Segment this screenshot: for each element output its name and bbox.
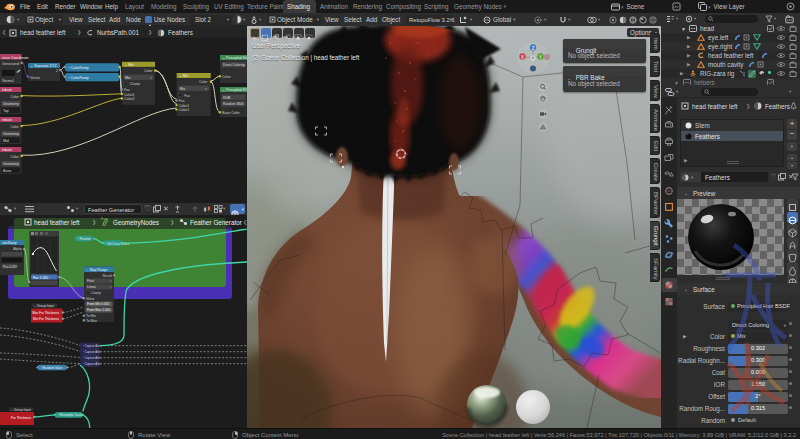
- svg-text:⌄ Principled Hair: ⌄ Principled Hair: [222, 56, 247, 60]
- svg-text:⌄ Map Range: ⌄ Map Range: [86, 268, 107, 272]
- svg-text:2: 2: [56, 69, 58, 73]
- svg-text:RGB: RGB: [223, 96, 231, 100]
- svg-text:Color: Color: [10, 125, 19, 129]
- svg-text:Fur Thickness: Fur Thickness: [11, 416, 31, 420]
- svg-text:Mix: Mix: [125, 76, 131, 80]
- svg-text:Alpha: Alpha: [13, 247, 22, 251]
- svg-text:Base Color: Base Color: [222, 111, 241, 115]
- svg-text:X: X: [521, 55, 524, 60]
- svg-text:⌄ Group Input: ⌄ Group Input: [11, 408, 32, 412]
- svg-text:› Capture Attr...: › Capture Attr...: [83, 362, 102, 366]
- svg-text:Linear: Linear: [87, 285, 97, 289]
- svg-text:Mix: Mix: [180, 87, 186, 91]
- svg-text:Fac: Fac: [184, 94, 190, 98]
- svg-text:tribute: tribute: [2, 118, 12, 122]
- svg-text:Fac 1.000: Fac 1.000: [33, 276, 48, 280]
- svg-text:Color: Color: [144, 69, 153, 73]
- svg-text:Clamp: Clamp: [91, 291, 101, 295]
- svg-text:Min Fur Thickness: Min Fur Thickness: [33, 317, 59, 321]
- svg-text:Clamp: Clamp: [130, 82, 140, 86]
- svg-text:tribute: tribute: [2, 148, 12, 152]
- svg-text:Generated: Generated: [2, 62, 19, 66]
- svg-text:⌄ Group Input: ⌄ Group Input: [34, 304, 55, 308]
- svg-text:tribute: tribute: [2, 88, 12, 92]
- svg-text:› Random Value: › Random Value: [41, 366, 63, 370]
- svg-text:› Capture Attr...: › Capture Attr...: [83, 344, 102, 348]
- svg-text:Color: Color: [199, 80, 208, 84]
- svg-text:› Capture Attr...: › Capture Attr...: [83, 356, 102, 360]
- svg-text:Color: Color: [222, 75, 231, 79]
- svg-text:⌄ Mix: ⌄ Mix: [179, 74, 189, 78]
- svg-text:olorRamp: olorRamp: [2, 241, 17, 245]
- svg-text:Base: Base: [3, 169, 11, 173]
- svg-text:Top: Top: [3, 109, 9, 113]
- svg-text:Float: Float: [87, 279, 94, 283]
- svg-text:Color1: Color1: [124, 93, 135, 97]
- svg-text:› Resample Curve: › Resample Curve: [58, 413, 83, 417]
- svg-text:⌄ Principled RGB: ⌄ Principled RGB: [222, 88, 247, 92]
- svg-text:Color: Color: [10, 95, 19, 99]
- svg-text:Color1: Color1: [179, 104, 190, 108]
- svg-text:› ColorRamp: › ColorRamp: [69, 76, 89, 80]
- svg-text:Vector: Vector: [30, 76, 41, 80]
- svg-text:Y: Y: [539, 55, 542, 60]
- svg-text:Random Walk: Random Walk: [223, 102, 244, 106]
- svg-text:From Max 1.000: From Max 1.000: [87, 308, 110, 312]
- svg-text:Mid: Mid: [3, 139, 9, 143]
- svg-text:Max Fur Thickness: Max Fur Thickness: [32, 311, 59, 315]
- svg-text:› ColorRamp: › ColorRamp: [69, 66, 89, 70]
- svg-text:Color2: Color2: [124, 97, 135, 101]
- svg-text:Color2: Color2: [179, 108, 190, 112]
- svg-text:To Max: To Max: [86, 319, 97, 323]
- svg-text:Fac: Fac: [124, 88, 130, 92]
- svg-text:⌄ Mix: ⌄ Mix: [124, 63, 134, 67]
- svg-text:› Position: › Position: [78, 237, 91, 241]
- svg-text:Pos 0.037: Pos 0.037: [3, 265, 18, 269]
- svg-text:⌄ Separate XYZ: ⌄ Separate XYZ: [30, 64, 57, 68]
- svg-text:From Min 0.000: From Min 0.000: [87, 302, 110, 306]
- svg-text:Fac: Fac: [179, 99, 185, 103]
- svg-text:› Capture Attr...: › Capture Attr...: [83, 350, 102, 354]
- svg-text:Color: Color: [10, 155, 19, 159]
- svg-text:Value: Value: [86, 297, 95, 301]
- svg-text:Result: Result: [102, 274, 112, 278]
- svg-text:Z: Z: [532, 46, 535, 51]
- svg-text:Normal: Normal: [2, 79, 14, 83]
- svg-text:Direct Coloring: Direct Coloring: [223, 63, 245, 67]
- svg-text:To Min: To Min: [86, 314, 96, 318]
- svg-text:xture Coordinate: xture Coordinate: [2, 56, 29, 60]
